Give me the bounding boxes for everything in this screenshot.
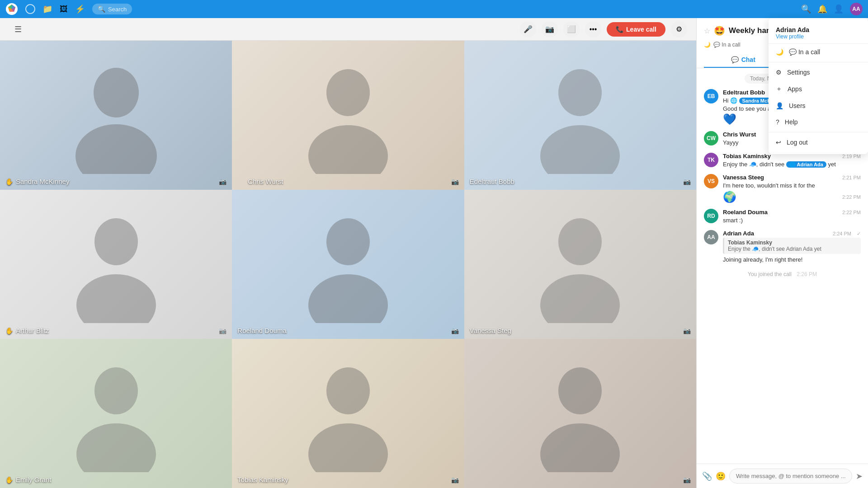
cam-icon-tobias: 📷	[451, 476, 459, 483]
users-icon: 👤	[776, 102, 783, 109]
person-video-chris	[232, 41, 464, 190]
participant-name-vanessa: Vanessa Steg	[470, 327, 511, 334]
name-tag-emily: ✋ Emily Grant	[5, 476, 51, 483]
video-cell-sandra[interactable]: ✋ Sandra McKinney 📷	[0, 41, 232, 190]
participant-name-chris: Chris Wurst	[248, 178, 283, 185]
dropdown-item-settings[interactable]: ⚙ Settings	[769, 64, 868, 80]
participant-name-sandra: Sandra McKinney	[16, 178, 69, 185]
user-dropdown-menu: Adrian Ada View profile 🌙 💬 In a call ⚙ …	[769, 18, 868, 154]
avatar[interactable]: AA	[850, 3, 863, 15]
msg-sender-tobias: Tobias Kaminsky	[723, 153, 771, 160]
camera-button[interactable]: 📷	[542, 21, 558, 38]
logout-label: Log out	[787, 139, 808, 146]
mention-badge-adrian: 🌐 Adrian Ada	[786, 161, 826, 168]
participant-name-arthur: Arthur Blitz	[16, 327, 49, 334]
microphone-button[interactable]: 🎤	[520, 21, 536, 38]
participant-name-roeland: Roeland Douma	[237, 327, 286, 334]
nav-icon-bolt[interactable]: ⚡	[75, 4, 85, 14]
video-cell-emily[interactable]: ✋ Emily Grant	[0, 339, 232, 488]
dropdown-view-profile[interactable]: View profile	[776, 33, 861, 40]
quoted-message: Tobias Kaminsky Enjoy the 🧢, didn't see …	[723, 238, 861, 254]
dropdown-item-apps[interactable]: ＋ Apps	[769, 80, 868, 98]
person-video-sandra	[0, 41, 232, 190]
cam-icon-vanessa: 📷	[683, 327, 691, 334]
svg-point-8	[76, 274, 156, 323]
dropdown-item-status[interactable]: 🌙 💬 In a call	[769, 44, 868, 60]
chat-input-bar: 📎 🙂 ➤	[697, 464, 868, 488]
topbar-notification-icon[interactable]: 🔔	[817, 4, 827, 14]
hand-raise-icon-arthur: ✋	[5, 327, 13, 334]
settings-label: Settings	[787, 69, 810, 76]
msg-checkmark-icon: ✓	[857, 231, 861, 237]
video-cell-arthur[interactable]: ✋ Arthur Blitz 📷	[0, 190, 232, 339]
msg-content-tobias: Tobias Kaminsky 2:19 PM Enjoy the 🧢, did…	[723, 153, 861, 169]
svg-point-7	[94, 218, 138, 265]
quoted-text: Enjoy the 🧢, didn't see Adrian Ada yet	[728, 246, 857, 252]
cam-icon-roeland: 📷	[451, 327, 459, 334]
search-placeholder: Search	[108, 6, 127, 13]
send-icon[interactable]: ➤	[856, 471, 863, 481]
screen-share-button[interactable]: ⬜	[563, 21, 580, 38]
settings-icon: ⚙	[776, 69, 782, 76]
msg-content-adrian: Adrian Ada 2:24 PM ✓ Tobias Kaminsky Enj…	[723, 230, 861, 264]
participant-name-tobias: Tobias Kaminsky	[237, 476, 288, 483]
nav-icon-circle[interactable]	[25, 4, 35, 14]
msg-text-tobias: Enjoy the 🧢, didn't see 🌐 Adrian Ada yet	[723, 160, 861, 169]
msg-sender-adrian: Adrian Ada	[723, 230, 754, 237]
msg-avatar-chris: CW	[704, 131, 718, 145]
person-video-unknown	[464, 339, 696, 488]
search-bar[interactable]: 🔍 Search	[92, 4, 132, 14]
svg-point-16	[308, 423, 388, 472]
meeting-emoji: 🤩	[714, 25, 725, 36]
help-label: Help	[785, 118, 798, 126]
topbar-search-icon[interactable]: 🔍	[801, 4, 811, 14]
msg-content-roeland: Roeland Douma 2:22 PM smart :)	[723, 209, 861, 225]
msg-avatar-vanessa: VS	[704, 174, 718, 188]
app-logo[interactable]	[5, 3, 18, 15]
nav-icon-image[interactable]: 🖼	[60, 5, 68, 14]
hand-raise-icon: ✋	[5, 178, 13, 185]
attach-icon[interactable]: 📎	[702, 471, 712, 481]
msg-sender-roeland: Roeland Douma	[723, 209, 768, 216]
msg-time-adrian: 2:24 PM	[833, 231, 851, 236]
video-cell-tobias[interactable]: Tobias Kaminsky 📷	[232, 339, 464, 488]
more-options-button[interactable]: •••	[585, 21, 601, 38]
participant-name-emily: Emily Grant	[16, 476, 51, 483]
video-cell-roeland[interactable]: Roeland Douma 📷	[232, 190, 464, 339]
dropdown-item-help[interactable]: ? Help	[769, 114, 868, 130]
name-tag-tobias: Tobias Kaminsky	[237, 476, 288, 483]
settings-button[interactable]: ⚙	[671, 21, 687, 38]
cam-icon-sandra: 📷	[219, 178, 226, 185]
msg-sender-vanessa: Vanessa Steeg	[723, 174, 764, 181]
name-tag-edeltraut: Edeltraut Bobb	[470, 178, 514, 185]
system-message: You joined the call 2:26 PM	[704, 271, 861, 277]
msg-time-vanessa-2: 2:22 PM	[842, 194, 861, 200]
hamburger-menu[interactable]: ☰	[14, 24, 22, 34]
message-row-3: TK Tobias Kaminsky 2:19 PM Enjoy the 🧢, …	[704, 153, 861, 169]
cam-icon-chris: 📷	[451, 178, 459, 185]
dropdown-divider-1	[769, 62, 868, 62]
video-cell-chris[interactable]: ✋ Chris Wurst 📷	[232, 41, 464, 190]
video-cell-unknown[interactable]: 📷	[464, 339, 696, 488]
cam-icon-unknown: 📷	[683, 476, 691, 483]
chat-input[interactable]	[729, 469, 852, 483]
nav-icon-folder[interactable]: 📁	[42, 4, 52, 14]
msg-time-roeland: 2:22 PM	[842, 210, 861, 215]
message-row-6: AA Adrian Ada 2:24 PM ✓ Tobias Kaminsky …	[704, 230, 861, 264]
dropdown-item-users[interactable]: 👤 Users	[769, 98, 868, 114]
help-icon: ?	[776, 118, 779, 126]
name-tag-arthur: ✋ Arthur Blitz	[5, 327, 49, 334]
video-cell-vanessa[interactable]: Vanessa Steg 📷	[464, 190, 696, 339]
emoji-button[interactable]: 🙂	[716, 471, 726, 481]
message-row-5: RD Roeland Douma 2:22 PM smart :)	[704, 209, 861, 225]
video-cell-edeltraut[interactable]: Edeltraut Bobb 📷	[464, 41, 696, 190]
msg-emoji-vanessa: 🌍	[723, 191, 736, 203]
system-message-text: You joined the call	[748, 271, 792, 277]
topbar-profile-icon[interactable]: 👤	[834, 4, 844, 14]
dropdown-item-logout[interactable]: ↩ Log out	[769, 134, 868, 150]
logout-icon: ↩	[776, 139, 781, 146]
svg-point-2	[75, 124, 157, 174]
person-video-vanessa	[464, 190, 696, 339]
leave-call-button[interactable]: 📞 Leave call	[607, 22, 665, 37]
star-icon[interactable]: ☆	[704, 27, 710, 35]
